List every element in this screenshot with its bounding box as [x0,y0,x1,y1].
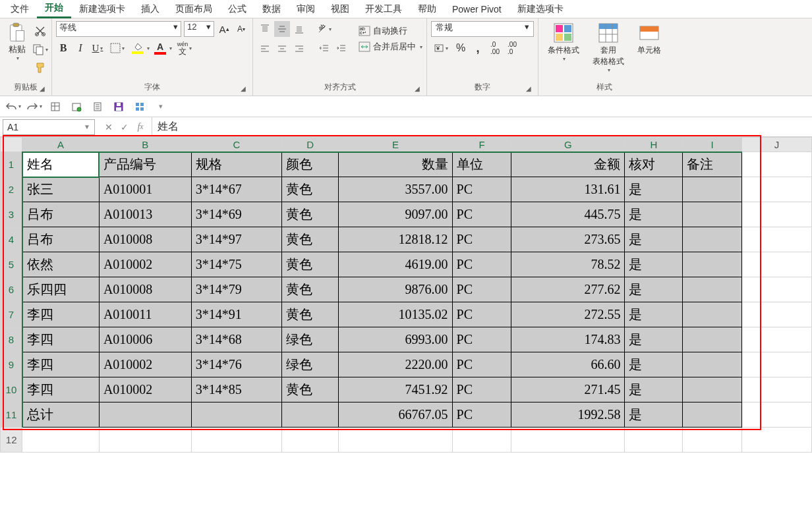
col-header-A[interactable]: A [22,138,100,152]
cell-H5[interactable]: 是 [625,252,683,277]
row-header-12[interactable]: 12 [1,428,22,453]
cell-A1[interactable]: 姓名 [22,152,100,177]
cell-E1[interactable]: 数量 [339,152,452,177]
cell-C5[interactable]: 3*14*75 [191,252,282,277]
menu-数据[interactable]: 数据 [254,1,289,18]
cell-G6[interactable]: 277.62 [511,277,625,302]
align-top-button[interactable] [257,21,273,37]
cell-A12[interactable] [22,428,100,453]
cell-J7[interactable] [741,302,811,327]
cell-A10[interactable]: 李四 [22,377,100,402]
align-center-button[interactable] [274,41,290,57]
cell-G11[interactable]: 1992.58 [511,402,625,428]
cell-I3[interactable] [683,202,742,227]
cell-J12[interactable] [741,428,811,453]
row-header-4[interactable]: 4 [1,227,22,252]
font-size-select[interactable]: 12▾ [184,21,214,37]
cell-G2[interactable]: 131.61 [511,177,625,202]
cell-D11[interactable] [282,402,339,428]
merge-center-button[interactable]: 合并后居中▾ [359,41,422,53]
cell-A9[interactable]: 李四 [22,352,100,377]
cell-C2[interactable]: 3*14*67 [191,177,282,202]
menu-文件[interactable]: 文件 [3,1,37,18]
name-box[interactable]: A1▼ [3,119,95,135]
menu-帮助[interactable]: 帮助 [410,1,444,18]
cell-G12[interactable] [511,428,625,453]
percent-button[interactable]: % [453,41,468,55]
cell-J3[interactable] [741,202,811,227]
col-header-E[interactable]: E [339,138,452,152]
cell-E12[interactable] [339,428,452,453]
cell-H12[interactable] [625,428,683,453]
cell-F2[interactable]: PC [452,177,511,202]
cell-J5[interactable] [741,252,811,277]
row-header-8[interactable]: 8 [1,327,22,352]
cell-J1[interactable] [741,152,811,177]
cancel-formula-button[interactable]: ✕ [102,120,116,134]
cell-B2[interactable]: A010001 [99,177,191,202]
formula-input[interactable]: 姓名 [152,117,812,136]
format-as-table-button[interactable]: 套用 表格格式▾ [587,21,629,74]
cell-H1[interactable]: 核对 [625,152,683,177]
cell-D5[interactable]: 黄色 [282,252,339,277]
menu-审阅[interactable]: 审阅 [289,1,323,18]
undo-button[interactable]: ▾ [5,100,21,113]
menu-开发工具[interactable]: 开发工具 [357,1,410,18]
save-button[interactable] [111,100,127,113]
accounting-button[interactable]: ¥▾ [431,41,451,55]
cell-D10[interactable]: 黄色 [282,377,339,402]
orientation-button[interactable]: ab▾ [316,21,332,37]
cell-A6[interactable]: 乐四四 [22,277,100,302]
paste-button[interactable]: 粘贴 ▾ [4,21,30,63]
cell-E2[interactable]: 3557.00 [339,177,452,202]
cell-B8[interactable]: A010006 [99,327,191,352]
bold-button[interactable]: B [56,41,71,55]
cell-E8[interactable]: 6993.00 [339,327,452,352]
cell-C11[interactable] [191,402,282,428]
fx-button[interactable]: fx [133,120,148,134]
cell-C8[interactable]: 3*14*68 [191,327,282,352]
cut-button[interactable] [33,24,47,38]
cell-A4[interactable]: 吕布 [22,227,100,252]
copy-button[interactable]: ▾ [33,42,47,57]
qat-btn-2[interactable] [69,100,84,113]
cell-G10[interactable]: 271.45 [511,377,625,402]
increase-font-button[interactable]: A▴ [217,22,231,36]
cell-F7[interactable]: PC [452,302,511,327]
cell-G8[interactable]: 174.83 [511,327,625,352]
cell-D1[interactable]: 颜色 [282,152,339,177]
cell-D3[interactable]: 黄色 [282,202,339,227]
col-header-G[interactable]: G [511,138,625,152]
select-all-corner[interactable] [1,138,22,152]
cell-C6[interactable]: 3*14*79 [191,277,282,302]
cell-G4[interactable]: 273.65 [511,227,625,252]
cell-F9[interactable]: PC [452,352,511,377]
cell-G9[interactable]: 66.60 [511,352,625,377]
cell-C3[interactable]: 3*14*69 [191,202,282,227]
col-header-F[interactable]: F [452,138,511,152]
menu-视图[interactable]: 视图 [323,1,357,18]
cell-F10[interactable]: PC [452,377,511,402]
cell-D6[interactable]: 黄色 [282,277,339,302]
cell-C9[interactable]: 3*14*76 [191,352,282,377]
cell-I9[interactable] [683,352,742,377]
cell-A11[interactable]: 总计 [22,402,100,428]
cell-I5[interactable] [683,252,742,277]
cell-J2[interactable] [741,177,811,202]
cell-I4[interactable] [683,227,742,252]
cell-C1[interactable]: 规格 [191,152,282,177]
cell-J4[interactable] [741,227,811,252]
cell-F3[interactable]: PC [452,202,511,227]
row-header-11[interactable]: 11 [1,402,22,428]
cell-F4[interactable]: PC [452,227,511,252]
cell-H9[interactable]: 是 [625,352,683,377]
font-family-select[interactable]: 等线▾ [56,21,181,37]
cell-H11[interactable]: 是 [625,402,683,428]
dialog-launcher-icon[interactable]: ◢ [525,85,533,93]
cell-G5[interactable]: 78.52 [511,252,625,277]
cell-I11[interactable] [683,402,742,428]
cell-C7[interactable]: 3*14*91 [191,302,282,327]
cell-F5[interactable]: PC [452,252,511,277]
fill-color-button[interactable]: ▾ [130,41,150,55]
qat-btn-5[interactable] [132,100,148,113]
